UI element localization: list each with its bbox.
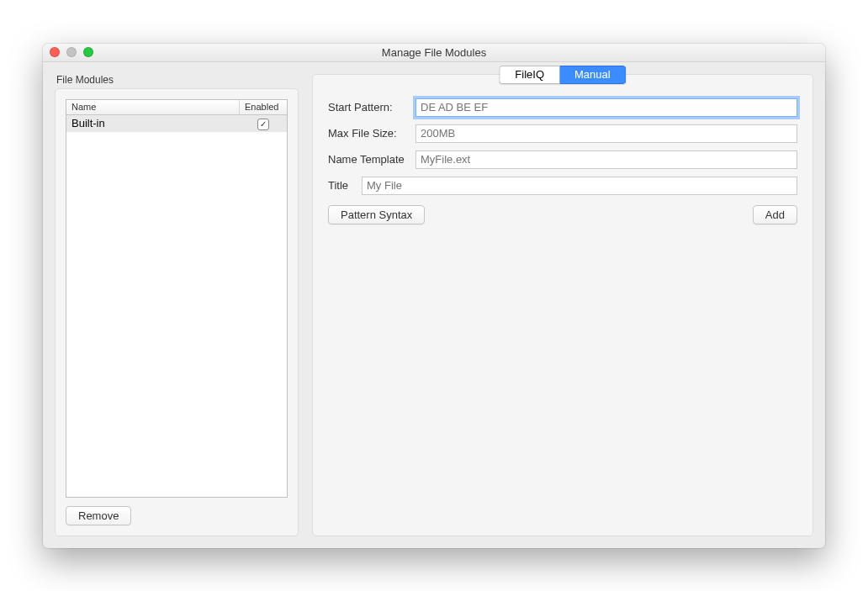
mode-segmented-control: FileIQ Manual [499, 66, 626, 84]
file-modules-table: Name Enabled Built-in ✓ [66, 99, 288, 498]
window: Manage File Modules File Modules Name En… [43, 44, 825, 548]
editor-panel: FileIQ Manual Start Pattern: Max File Si… [312, 74, 813, 536]
tab-fileiq[interactable]: FileIQ [499, 66, 559, 84]
row-name: Built-in [66, 117, 240, 129]
row-enabled-cell: ✓ [240, 117, 287, 130]
enabled-checkbox[interactable]: ✓ [257, 119, 269, 130]
row-name-template: Name Template [328, 150, 797, 169]
table-row[interactable]: Built-in ✓ [66, 115, 287, 132]
table-body: Built-in ✓ [66, 115, 287, 497]
label-name-template: Name Template [328, 153, 415, 166]
pattern-syntax-button[interactable]: Pattern Syntax [328, 205, 425, 224]
row-title: Title [328, 177, 797, 195]
label-max-file-size: Max File Size: [328, 127, 415, 140]
content-area: File Modules Name Enabled Built-in ✓ [43, 62, 825, 548]
file-modules-label: File Modules [56, 74, 299, 86]
button-row: Pattern Syntax Add [328, 205, 797, 224]
remove-row: Remove [66, 506, 288, 525]
start-pattern-input[interactable] [415, 98, 797, 117]
titlebar: Manage File Modules [43, 44, 825, 62]
title-input[interactable] [362, 177, 797, 195]
file-modules-box: Name Enabled Built-in ✓ Remove [55, 88, 299, 536]
name-template-input[interactable] [415, 150, 797, 169]
column-header-enabled[interactable]: Enabled [240, 100, 287, 114]
row-start-pattern: Start Pattern: [328, 98, 797, 117]
add-button[interactable]: Add [753, 205, 797, 224]
window-title: Manage File Modules [43, 46, 825, 59]
label-title: Title [328, 179, 362, 192]
tab-manual[interactable]: Manual [559, 66, 627, 84]
table-header: Name Enabled [66, 100, 287, 115]
file-modules-panel: File Modules Name Enabled Built-in ✓ [55, 74, 299, 536]
row-max-file-size: Max File Size: [328, 124, 797, 143]
label-start-pattern: Start Pattern: [328, 101, 415, 113]
max-file-size-input[interactable] [415, 124, 797, 143]
remove-button[interactable]: Remove [66, 506, 131, 525]
column-header-name[interactable]: Name [66, 100, 240, 114]
